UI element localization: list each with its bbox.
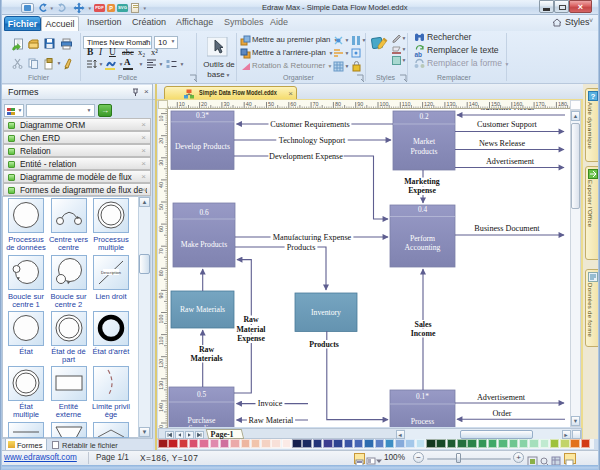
- svg-text:100: 100: [158, 315, 164, 324]
- svg-text:80: 80: [158, 270, 164, 276]
- svg-text:Products: Products: [287, 243, 316, 252]
- svg-text:60: 60: [290, 101, 296, 107]
- svg-text:70: 70: [313, 101, 319, 107]
- svg-text:130: 130: [446, 101, 455, 107]
- svg-text:Invoice: Invoice: [258, 399, 283, 408]
- svg-text:10: 10: [158, 116, 164, 122]
- svg-text:20: 20: [201, 101, 207, 107]
- svg-text:Raw Materials: Raw Materials: [180, 305, 225, 314]
- svg-text:Manufacturing Expense: Manufacturing Expense: [273, 233, 352, 242]
- svg-text:Products: Products: [411, 147, 438, 156]
- svg-text:Raw: Raw: [243, 315, 259, 324]
- svg-text:Development Expense: Development Expense: [269, 152, 343, 161]
- svg-text:0.2: 0.2: [419, 112, 428, 121]
- svg-text:Make Products: Make Products: [181, 240, 227, 249]
- svg-text:170: 170: [536, 101, 545, 107]
- svg-text:Business Document: Business Document: [474, 224, 540, 233]
- svg-text:20: 20: [158, 138, 164, 144]
- svg-text:10: 10: [179, 101, 185, 107]
- svg-text:Supplies: Supplies: [188, 424, 214, 427]
- svg-text:Advertisement: Advertisement: [477, 393, 526, 402]
- svg-text:160: 160: [513, 101, 522, 107]
- svg-text:110: 110: [402, 101, 411, 107]
- svg-text:140: 140: [158, 403, 164, 412]
- svg-text:130: 130: [158, 381, 164, 390]
- svg-text:Accounting: Accounting: [405, 243, 441, 252]
- svg-text:Income: Income: [411, 329, 436, 338]
- svg-text:80: 80: [335, 101, 341, 107]
- svg-text:70: 70: [158, 248, 164, 254]
- svg-text:0.1*: 0.1*: [416, 392, 429, 401]
- svg-text:50: 50: [268, 101, 274, 107]
- svg-text:60: 60: [158, 226, 164, 232]
- svg-text:120: 120: [158, 359, 164, 368]
- svg-text:Customer Requirements: Customer Requirements: [270, 120, 349, 129]
- svg-text:News Release: News Release: [479, 139, 526, 148]
- svg-text:Expense: Expense: [408, 186, 436, 195]
- svg-text:?: ?: [590, 92, 595, 101]
- svg-text:140: 140: [469, 101, 478, 107]
- svg-text:0.3*: 0.3*: [196, 111, 209, 120]
- svg-text:30: 30: [223, 101, 229, 107]
- svg-text:Sales: Sales: [415, 320, 432, 329]
- svg-text:90: 90: [357, 101, 363, 107]
- svg-text:Raw Material: Raw Material: [249, 416, 295, 425]
- svg-text:Advertisement: Advertisement: [486, 157, 535, 166]
- svg-text:Customer Needs: Customer Needs: [480, 109, 534, 112]
- svg-text:Inventory: Inventory: [311, 308, 341, 317]
- svg-text:30: 30: [158, 160, 164, 166]
- svg-text:Materials: Materials: [190, 354, 222, 363]
- svg-text:Develop Products: Develop Products: [175, 142, 230, 151]
- svg-text:120: 120: [424, 101, 433, 107]
- svg-text:0.6: 0.6: [199, 208, 208, 217]
- svg-text:100: 100: [380, 101, 389, 107]
- svg-text:ab: ab: [415, 51, 423, 58]
- svg-text:Marketing: Marketing: [404, 177, 440, 186]
- svg-text:150: 150: [491, 101, 500, 107]
- svg-text:Products: Products: [309, 340, 339, 349]
- svg-text:0.5: 0.5: [197, 390, 206, 399]
- svg-text:180: 180: [558, 101, 567, 107]
- svg-text:40: 40: [246, 101, 252, 107]
- svg-text:Process: Process: [411, 417, 435, 426]
- svg-text:Expense: Expense: [237, 334, 265, 343]
- svg-text:Market: Market: [413, 137, 436, 146]
- svg-text:Raw: Raw: [199, 345, 215, 354]
- svg-text:Technology Support: Technology Support: [279, 136, 346, 145]
- svg-text:40: 40: [158, 182, 164, 188]
- svg-text:Order: Order: [492, 409, 511, 418]
- svg-text:110: 110: [158, 337, 164, 346]
- svg-text:0.4: 0.4: [418, 205, 427, 214]
- svg-text:Perform: Perform: [410, 234, 435, 243]
- svg-text:50: 50: [158, 204, 164, 210]
- svg-text:90: 90: [158, 292, 164, 298]
- svg-text:Material: Material: [236, 325, 266, 334]
- svg-text:Description: Description: [101, 270, 121, 275]
- svg-text:Customer Support: Customer Support: [477, 120, 538, 129]
